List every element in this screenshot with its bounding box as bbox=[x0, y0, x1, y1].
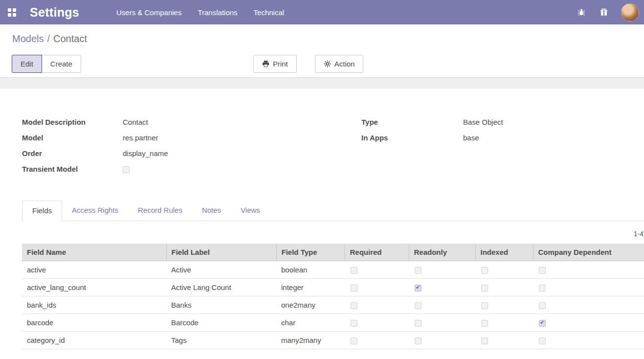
action-button[interactable]: Action bbox=[315, 55, 364, 73]
cell-field-name: active bbox=[22, 261, 166, 279]
action-button-group: Print Action bbox=[253, 55, 364, 73]
menu-item-technical[interactable]: Technical bbox=[254, 8, 285, 17]
apps-menu-icon-cell bbox=[13, 8, 16, 12]
table-row-active-lang-count[interactable]: active_lang_countActive Lang Countintege… bbox=[22, 279, 644, 296]
checkbox-readonly bbox=[415, 285, 422, 292]
cell-readonly bbox=[409, 314, 475, 332]
checkbox-indexed bbox=[481, 302, 488, 309]
checkbox-indexed bbox=[481, 320, 488, 327]
cell-field-name: category_id bbox=[22, 332, 166, 349]
field-label-type: Type bbox=[361, 118, 463, 126]
column-header-readonly[interactable]: Readonly bbox=[409, 244, 475, 261]
checkbox-readonly bbox=[415, 302, 422, 309]
table-row-bank-ids[interactable]: bank_idsBanksone2many bbox=[22, 296, 644, 314]
breadcrumb-separator: / bbox=[47, 33, 50, 45]
tab-access-rights[interactable]: Access Rights bbox=[62, 201, 128, 221]
cell-readonly bbox=[409, 261, 475, 279]
checkbox-indexed bbox=[481, 267, 488, 274]
cell-indexed bbox=[475, 261, 533, 279]
checkbox-transient-model bbox=[123, 166, 130, 173]
print-button[interactable]: Print bbox=[253, 55, 297, 73]
column-header-required[interactable]: Required bbox=[345, 244, 409, 261]
tab-fields[interactable]: Fields bbox=[22, 201, 62, 221]
field-value-model: res.partner bbox=[123, 134, 158, 142]
cell-field-name: active_lang_count bbox=[22, 279, 166, 296]
tab-bar: FieldsAccess RightsRecord RulesNotesView… bbox=[22, 201, 644, 221]
breadcrumb-models-link[interactable]: Models bbox=[12, 33, 44, 45]
model-form: Model DescriptionContactModelres.partner… bbox=[0, 89, 644, 180]
checkbox-readonly bbox=[415, 267, 422, 274]
field-label-model-description: Model Description bbox=[22, 118, 123, 126]
cell-field-label: Active Lang Count bbox=[166, 279, 276, 296]
apps-menu-icon-cell bbox=[13, 13, 16, 17]
apps-menu-icon-cell bbox=[8, 13, 11, 17]
cell-field-type: many2many bbox=[276, 332, 345, 349]
cell-required bbox=[345, 279, 409, 296]
column-header-field-name[interactable]: Field Name bbox=[22, 244, 166, 261]
cell-readonly bbox=[409, 332, 475, 349]
field-value-in-apps: base bbox=[463, 134, 479, 142]
cell-field-type: integer bbox=[276, 279, 345, 296]
cell-required bbox=[345, 261, 409, 279]
table-row-barcode[interactable]: barcodeBarcodechar bbox=[22, 314, 644, 332]
cell-readonly bbox=[409, 296, 475, 314]
column-header-field-type[interactable]: Field Type bbox=[276, 244, 345, 261]
column-header-company-dependent[interactable]: Company Dependent bbox=[533, 244, 644, 261]
app-title[interactable]: Settings bbox=[30, 5, 79, 20]
print-button-label: Print bbox=[273, 60, 288, 68]
column-header-field-label[interactable]: Field Label bbox=[166, 244, 276, 261]
cell-company-dependent bbox=[533, 296, 644, 314]
column-header-indexed[interactable]: Indexed bbox=[475, 244, 533, 261]
navbar-right bbox=[563, 3, 639, 22]
checkbox-company-dependent bbox=[539, 320, 546, 327]
cell-field-type: one2many bbox=[276, 296, 345, 314]
cell-field-type: boolean bbox=[276, 261, 345, 279]
checkbox-company-dependent bbox=[539, 337, 546, 344]
form-row-type: TypeBase Object bbox=[361, 118, 644, 134]
menu-item-users-companies[interactable]: Users & Companies bbox=[116, 8, 181, 17]
table-row-category-id[interactable]: category_idTagsmany2many bbox=[22, 332, 644, 349]
table-row-active[interactable]: activeActiveboolean bbox=[22, 261, 644, 279]
table-header-row: Field NameField LabelField TypeRequiredR… bbox=[22, 244, 644, 261]
cell-readonly bbox=[409, 279, 475, 296]
action-button-label: Action bbox=[334, 60, 355, 68]
cell-field-name: bank_ids bbox=[22, 296, 166, 314]
cell-company-dependent bbox=[533, 314, 644, 332]
tab-record-rules[interactable]: Record Rules bbox=[128, 201, 192, 221]
field-label-model: Model bbox=[22, 134, 123, 142]
checkbox-company-dependent bbox=[539, 267, 546, 274]
tab-views[interactable]: Views bbox=[231, 201, 270, 221]
pager-range: 1-4 bbox=[634, 230, 644, 238]
separator-band bbox=[0, 77, 644, 89]
cell-field-label: Banks bbox=[166, 296, 276, 314]
form-row-model-description: Model DescriptionContact bbox=[22, 118, 361, 134]
tab-notes[interactable]: Notes bbox=[192, 201, 231, 221]
apps-menu-icon[interactable] bbox=[8, 8, 16, 17]
create-button[interactable]: Create bbox=[42, 55, 81, 73]
form-row-model: Modelres.partner bbox=[22, 134, 361, 149]
checkbox-indexed bbox=[481, 337, 488, 344]
cell-field-label: Active bbox=[166, 261, 276, 279]
cell-indexed bbox=[475, 314, 533, 332]
menu-item-translations[interactable]: Translations bbox=[198, 8, 237, 17]
form-row-in-apps: In Appsbase bbox=[361, 134, 644, 149]
breadcrumb-current: Contact bbox=[53, 33, 87, 45]
field-value-order: display_name bbox=[123, 149, 168, 157]
checkbox-readonly bbox=[415, 320, 422, 327]
form-row-order: Orderdisplay_name bbox=[22, 149, 361, 165]
field-value-model-description: Contact bbox=[123, 118, 148, 126]
cell-field-label: Tags bbox=[166, 332, 276, 349]
gift-icon[interactable] bbox=[600, 8, 608, 17]
cell-company-dependent bbox=[533, 332, 644, 349]
form-row-transient-model: Transient Model bbox=[22, 165, 361, 180]
cell-company-dependent bbox=[533, 279, 644, 296]
bug-icon[interactable] bbox=[577, 8, 586, 17]
edit-button[interactable]: Edit bbox=[12, 55, 42, 73]
user-avatar[interactable] bbox=[621, 3, 639, 22]
cell-field-type: char bbox=[276, 314, 345, 332]
checkbox-required bbox=[351, 320, 357, 327]
field-value-type: Base Object bbox=[463, 118, 503, 126]
apps-menu-icon-cell bbox=[8, 8, 11, 12]
cell-required bbox=[345, 314, 409, 332]
gear-icon bbox=[324, 60, 331, 67]
